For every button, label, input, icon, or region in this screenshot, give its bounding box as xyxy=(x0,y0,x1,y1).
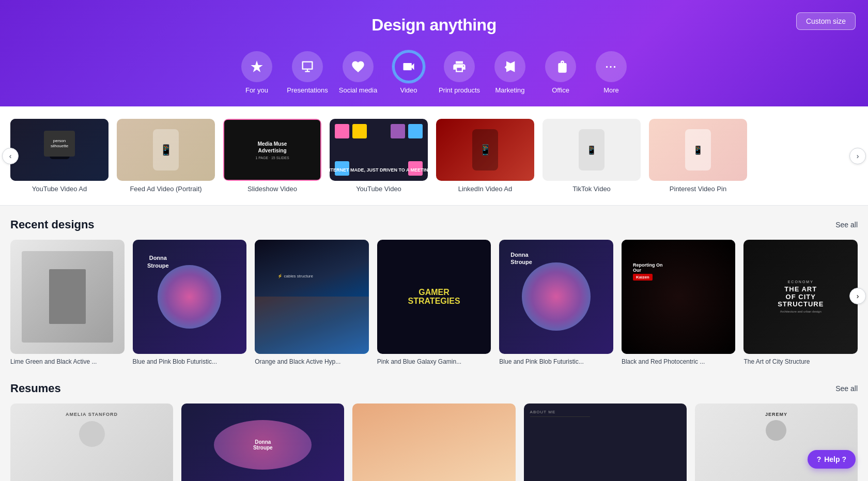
resumes-grid: AMELIA STANFORD DonnaStroupe xyxy=(10,404,858,481)
resumes-title: Resumes xyxy=(10,382,61,395)
carousel-label-feed-ad-video: Feed Ad Video (Portrait) xyxy=(130,185,202,193)
carousel-thumb-slideshow-video: Media MuseAdvertising 1 PAGE · 15 SLIDES xyxy=(223,119,321,181)
resume-card-5[interactable]: JEREMY xyxy=(695,404,858,481)
recent-designs-header: Recent designs See all xyxy=(10,218,858,231)
nav-label-more: More xyxy=(603,86,619,94)
nav-label-social-media: Social media xyxy=(339,86,377,94)
resume-bg-4: ABOUT ME xyxy=(524,404,687,481)
nav-item-presentations[interactable]: Presentations xyxy=(284,49,331,96)
design-thumb-black-red: Kaizen Reporting OnOur xyxy=(622,240,736,354)
recent-designs-next-button[interactable]: › xyxy=(849,288,866,304)
carousel-next-button[interactable]: › xyxy=(849,148,866,164)
resume-bg-1: AMELIA STANFORD xyxy=(10,404,173,481)
nav-icon-marketing xyxy=(494,51,525,82)
resume-thumb-2: DonnaStroupe xyxy=(181,404,344,481)
nav-icon-office xyxy=(545,51,576,82)
thumb-bg-blue-pink: DonnaStroupe xyxy=(133,240,247,354)
thumb-bg-youtube-ad: ▶ person silhouette xyxy=(10,119,109,181)
hero-title: Design anything xyxy=(10,15,858,35)
recent-designs-section: Recent designs See all Lime Green and Bl… xyxy=(10,218,858,365)
custom-size-button[interactable]: Custom size xyxy=(796,12,856,30)
design-name-blue-pink-blob: Blue and Pink Blob Futuristic... xyxy=(133,358,247,365)
nav-icon-more: ··· xyxy=(596,51,627,82)
design-card-art-city[interactable]: ECONOMY THE ARTOF CITYSTRUCTURE Architec… xyxy=(743,240,858,365)
carousel-label-slideshow-video: Slideshow Video xyxy=(247,185,297,193)
design-thumb-lime-green-black xyxy=(10,240,125,354)
design-card-orange-black[interactable]: ⚡ cables structure Orange and Black Acti… xyxy=(255,240,369,365)
design-name-black-red: Black and Red Photocentric ... xyxy=(622,358,736,365)
design-card-lime-green-black[interactable]: Lime Green and Black Active ... xyxy=(10,240,125,365)
design-name-lime-green-black: Lime Green and Black Active ... xyxy=(10,358,125,365)
nav-icon-video xyxy=(393,51,424,82)
nav-icon-social-media xyxy=(343,51,374,82)
carousel-label-pinterest-video-pin: Pinterest Video Pin xyxy=(670,185,726,193)
nav-item-video[interactable]: Video xyxy=(385,49,432,96)
resume-card-2[interactable]: DonnaStroupe xyxy=(181,404,344,481)
nav-item-for-you[interactable]: For you xyxy=(234,49,280,96)
nav-label-print-products: Print products xyxy=(439,86,480,94)
resumes-header: Resumes See all xyxy=(10,382,858,395)
thumb-bg-art-city: ECONOMY THE ARTOF CITYSTRUCTURE Architec… xyxy=(743,240,858,354)
video-templates-carousel: ‹ ▶ person silhouette xyxy=(0,106,868,206)
help-icon: ? xyxy=(817,455,822,463)
resume-card-3[interactable] xyxy=(352,404,515,481)
design-thumb-pink-blue-galaxy: GAMERSTRATEGIES xyxy=(377,240,491,354)
category-nav: For you Presentations Social media Video xyxy=(10,49,858,96)
design-name-pink-blue-galaxy: Pink and Blue Galaxy Gamin... xyxy=(377,358,491,365)
resumes-see-all[interactable]: See all xyxy=(835,384,858,393)
nav-label-marketing: Marketing xyxy=(495,86,524,94)
resume-bg-2: DonnaStroupe xyxy=(181,404,344,481)
thumb-bg-lime-green xyxy=(10,240,125,354)
carousel-item-pinterest-video-pin[interactable]: 📱 Pinterest Video Pin xyxy=(649,119,747,193)
carousel-prev-button[interactable]: ‹ xyxy=(2,148,19,164)
thumb-bg-black-red: Kaizen Reporting OnOur xyxy=(622,240,736,354)
carousel-item-slideshow-video[interactable]: Media MuseAdvertising 1 PAGE · 15 SLIDES… xyxy=(223,119,321,193)
recent-designs-see-all[interactable]: See all xyxy=(835,221,858,229)
nav-label-video: Video xyxy=(400,86,417,94)
design-thumb-art-city: ECONOMY THE ARTOF CITYSTRUCTURE Architec… xyxy=(743,240,858,354)
carousel-thumb-youtube-video: INTERNET MADE, JUST DRIVEN TO A MEETING xyxy=(330,119,428,181)
design-card-blue-pink-blob[interactable]: DonnaStroupe Blue and Pink Blob Futurist… xyxy=(133,240,247,365)
design-thumb-blue-pink-blob: DonnaStroupe xyxy=(133,240,247,354)
recent-designs-grid: Lime Green and Black Active ... DonnaStr… xyxy=(10,240,858,365)
design-card-pink-blue-galaxy[interactable]: GAMERSTRATEGIES Pink and Blue Galaxy Gam… xyxy=(377,240,491,365)
recent-designs-title: Recent designs xyxy=(10,218,95,231)
carousel-item-linkedin-video-ad[interactable]: 📱 LinkedIn Video Ad xyxy=(436,119,534,193)
nav-label-presentations: Presentations xyxy=(287,86,328,94)
help-label: Help ? xyxy=(824,455,846,463)
nav-icon-print-products xyxy=(444,51,475,82)
thumb-bg-blue-pink-2: DonnaStroupe xyxy=(499,240,613,354)
design-thumb-orange-black: ⚡ cables structure xyxy=(255,240,369,354)
nav-item-more[interactable]: ··· More xyxy=(588,49,634,96)
nav-label-for-you: For you xyxy=(245,86,268,94)
nav-icon-for-you xyxy=(241,51,272,82)
carousel-item-feed-ad-video[interactable]: 📱 Feed Ad Video (Portrait) xyxy=(117,119,215,193)
carousel-item-youtube-video-ad[interactable]: ▶ person silhouette YouTube Video Ad xyxy=(10,119,109,193)
nav-item-marketing[interactable]: Marketing xyxy=(487,49,533,96)
design-card-blue-pink-blob-2[interactable]: DonnaStroupe Blue and Pink Blob Futurist… xyxy=(499,240,613,365)
resume-card-1[interactable]: AMELIA STANFORD xyxy=(10,404,173,481)
design-name-blue-pink-blob-2: Blue and Pink Blob Futuristic... xyxy=(499,358,613,365)
resume-bg-3 xyxy=(352,404,515,481)
help-button[interactable]: ? Help ? xyxy=(808,450,856,469)
carousel-thumb-youtube-video-ad: ▶ person silhouette xyxy=(10,119,109,181)
carousel-thumb-tiktok-video: 📱 xyxy=(542,119,641,181)
carousel-thumb-feed-ad-video: 📱 xyxy=(117,119,215,181)
design-thumb-blue-pink-blob-2: DonnaStroupe xyxy=(499,240,613,354)
resume-bg-5: JEREMY xyxy=(695,404,858,481)
resume-thumb-1: AMELIA STANFORD xyxy=(10,404,173,481)
design-card-black-red[interactable]: Kaizen Reporting OnOur Black and Red Pho… xyxy=(622,240,736,365)
nav-label-office: Office xyxy=(552,86,569,94)
resume-thumb-4: ABOUT ME xyxy=(524,404,687,481)
resume-card-4[interactable]: ABOUT ME xyxy=(524,404,687,481)
resume-thumb-3 xyxy=(352,404,515,481)
carousel-item-tiktok-video[interactable]: 📱 TikTok Video xyxy=(542,119,641,193)
nav-item-print-products[interactable]: Print products xyxy=(436,49,483,96)
nav-item-social-media[interactable]: Social media xyxy=(335,49,381,96)
carousel-label-linkedin-video-ad: LinkedIn Video Ad xyxy=(458,185,513,193)
nav-item-office[interactable]: Office xyxy=(537,49,584,96)
carousel-items-container: ▶ person silhouette YouTube Video Ad xyxy=(0,115,868,197)
carousel-label-tiktok-video: TikTok Video xyxy=(572,185,611,193)
carousel-item-youtube-video[interactable]: INTERNET MADE, JUST DRIVEN TO A MEETING … xyxy=(330,119,428,193)
carousel-label-youtube-video-ad: YouTube Video Ad xyxy=(32,185,87,193)
